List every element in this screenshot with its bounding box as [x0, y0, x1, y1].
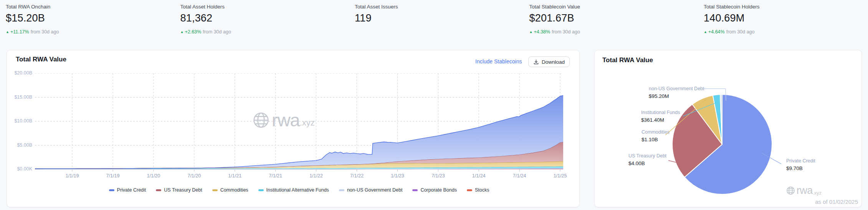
y-axis-label: $5.00B [8, 142, 32, 148]
stat-change-suffix: from 30d ago [203, 29, 231, 35]
stat-change: ▲+11.17%from 30d ago [6, 29, 180, 35]
stat-total-rwa-onchain: Total RWA Onchain $15.20B ▲+11.17%from 3… [6, 4, 180, 35]
legend-label: Corporate Bonds [420, 187, 457, 193]
x-axis-label: 1/1/20 [138, 173, 169, 179]
stat-change: ▲+2.63%from 30d ago [180, 29, 355, 35]
stat-total-asset-issuers: Total Asset Issuers 119 [355, 4, 529, 35]
x-axis-label: 1/1/25 [545, 173, 575, 179]
stat-change-pct: +4.64% [708, 29, 725, 35]
stat-total-stablecoin-value: Total Stablecoin Value $201.67B ▲+4.38%f… [529, 4, 704, 35]
chart-title: Total RWA Value [16, 56, 66, 63]
legend-label: non-US Government Debt [347, 187, 403, 193]
up-triangle-icon: ▲ [529, 30, 533, 34]
stat-label: Total RWA Onchain [6, 4, 180, 10]
legend-item[interactable]: Commodities [212, 187, 248, 193]
legend-item[interactable]: US Treasury Debt [156, 187, 202, 193]
download-label: Download [542, 59, 565, 65]
y-axis-label: $0.00K [8, 166, 32, 172]
up-triangle-icon: ▲ [180, 30, 184, 34]
pie-label-name: non-US Government Debt [649, 86, 704, 92]
pie-label-name: Institutional Funds [641, 110, 680, 116]
pie-label-name: Private Credit [786, 158, 815, 164]
stat-change-pct: +11.17% [10, 29, 29, 35]
legend-color-chip [258, 189, 264, 191]
stat-change-suffix: from 30d ago [31, 29, 59, 35]
legend-color-chip [109, 189, 114, 191]
pie-label-value: $361.40M [641, 117, 680, 123]
total-rwa-value-chart-card: Total RWA Value Include Stablecoins Down… [7, 50, 580, 207]
legend-color-chip [339, 189, 344, 191]
stacked-area-chart[interactable] [35, 73, 563, 172]
y-axis-label: $10.00B [8, 118, 32, 124]
total-rwa-value-pie-card: Total RWA Value rwa .xyz as of 01/02/202… [594, 50, 862, 207]
legend-item[interactable]: non-US Government Debt [339, 187, 403, 193]
legend-item[interactable]: Institutional Alternative Funds [258, 187, 329, 193]
stat-value: 140.69M [704, 12, 868, 24]
x-axis-label: 1/1/19 [57, 173, 88, 179]
legend-label: US Treasury Debt [164, 187, 202, 193]
pie-label-us-treasury-debt: US Treasury Debt$4.00B [628, 153, 666, 166]
stat-value: $201.67B [529, 12, 704, 24]
pie-label-name: Commodities [641, 129, 670, 135]
x-axis-label: 1/1/22 [301, 173, 332, 179]
legend-color-chip [212, 189, 218, 191]
allocation-pie-chart [595, 50, 862, 208]
pie-label-value: $9.70B [786, 165, 815, 171]
x-axis-label: 7/1/24 [504, 173, 535, 179]
x-axis-label: 7/1/19 [98, 173, 128, 179]
pie-label-value: $1.10B [641, 137, 670, 142]
x-axis-label: 7/1/22 [341, 173, 372, 179]
x-axis-label: 7/1/20 [179, 173, 210, 179]
stat-change-suffix: from 30d ago [726, 29, 755, 35]
legend-label: Private Credit [117, 187, 146, 193]
as-of-date: as of 01/02/2025 [815, 198, 858, 205]
legend-label: Institutional Alternative Funds [266, 187, 329, 193]
x-axis-label: 1/1/23 [382, 173, 413, 179]
legend-item[interactable]: Corporate Bonds [412, 187, 457, 193]
pie-label-commodities: Commodities$1.10B [641, 129, 670, 142]
legend-color-chip [412, 189, 418, 191]
chart-title: Total RWA Value [602, 56, 653, 64]
up-triangle-icon: ▲ [704, 30, 707, 34]
pie-label-private-credit: Private Credit$9.70B [786, 158, 815, 171]
include-stablecoins-link[interactable]: Include Stablecoins [475, 58, 522, 64]
pie-label-name: US Treasury Debt [628, 153, 666, 159]
dashboard: { "stats": [ {"label":"Total RWA Onchain… [0, 0, 868, 210]
stat-value: $15.20B [6, 12, 180, 24]
stat-change-suffix: from 30d ago [552, 29, 580, 35]
legend-color-chip [467, 189, 472, 191]
legend-label: Commodities [220, 187, 248, 193]
stat-total-asset-holders: Total Asset Holders 81,362 ▲+2.63%from 3… [180, 4, 355, 35]
y-axis-label: $20.00B [8, 70, 32, 76]
stat-label: Total Stablecoin Value [529, 4, 704, 10]
stat-total-stablecoin-holders: Total Stablecoin Holders 140.69M ▲+4.64%… [704, 4, 868, 35]
stat-label: Total Asset Issuers [355, 4, 529, 10]
x-axis-label: 7/1/21 [260, 173, 291, 179]
pie-label-institutional-funds: Institutional Funds$361.40M [641, 110, 680, 123]
legend-item[interactable]: Stocks [467, 187, 489, 193]
stats-row: Total RWA Onchain $15.20B ▲+11.17%from 3… [6, 4, 868, 35]
x-axis-label: 1/1/21 [220, 173, 250, 179]
legend-item[interactable]: Private Credit [109, 187, 146, 193]
stat-change-pct: +2.63% [185, 29, 201, 35]
stat-value: 119 [355, 12, 529, 24]
stat-change: ▲+4.38%from 30d ago [529, 29, 704, 35]
y-axis-label: $15.00B [8, 94, 32, 100]
pie-label-value: $95.20M [649, 93, 704, 99]
download-icon [533, 59, 539, 65]
stat-change-pct: +4.38% [534, 29, 550, 35]
download-button[interactable]: Download [528, 56, 570, 67]
stat-label: Total Asset Holders [180, 4, 355, 10]
pie-label-non-us-government-debt: non-US Government Debt$95.20M [649, 86, 704, 99]
chart-legend: Private CreditUS Treasury DebtCommoditie… [35, 187, 563, 193]
x-axis-label: 7/1/23 [423, 173, 453, 179]
x-axis-label: 1/1/24 [463, 173, 494, 179]
pie-label-value: $4.00B [628, 160, 666, 166]
up-triangle-icon: ▲ [6, 30, 9, 34]
stat-label: Total Stablecoin Holders [704, 4, 868, 10]
stat-value: 81,362 [180, 12, 355, 24]
legend-color-chip [156, 189, 161, 191]
stat-change: ▲+4.64%from 30d ago [704, 29, 868, 35]
legend-label: Stocks [475, 187, 489, 193]
